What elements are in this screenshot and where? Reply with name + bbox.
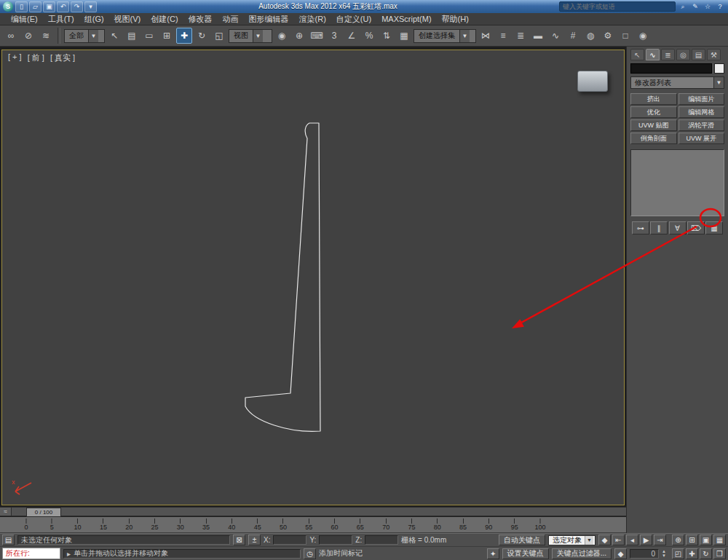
communication-center-icon[interactable]: ✎ <box>690 2 700 12</box>
time-slider-handle[interactable]: 0 / 100 <box>26 508 61 517</box>
menu-item[interactable]: MAXScript(M) <box>376 15 436 23</box>
tab-motion[interactable]: ◎ <box>676 49 690 60</box>
infocenter-search-input[interactable] <box>559 1 676 12</box>
zoom-region-icon[interactable]: ◰ <box>672 548 684 559</box>
selection-lock-toggle-icon[interactable]: ⊠ <box>233 535 245 545</box>
tab-utilities[interactable]: ⚒ <box>707 49 721 60</box>
object-name-field[interactable] <box>630 63 712 74</box>
menu-item[interactable]: 图形编辑器 <box>244 14 294 25</box>
reference-coordinate-dropdown[interactable]: 视图 ▼ <box>229 29 272 43</box>
unlink-selection-icon[interactable]: ⊘ <box>20 28 36 44</box>
undo-icon[interactable]: ↶ <box>57 1 69 12</box>
configure-modifier-sets-icon[interactable]: ▦ <box>705 221 723 234</box>
search-icon[interactable]: ⌕ <box>678 2 688 12</box>
menu-item[interactable]: 组(G) <box>79 14 109 25</box>
save-file-icon[interactable]: ▣ <box>43 1 55 12</box>
zoom-all-icon[interactable]: ⊞ <box>686 535 698 545</box>
show-end-result-icon[interactable]: ∥ <box>650 221 668 234</box>
menu-item[interactable]: 修改器 <box>183 14 218 25</box>
window-crossing-toggle-icon[interactable]: ⊞ <box>159 28 175 44</box>
orbit-icon[interactable]: ↻ <box>700 548 712 559</box>
auto-key-button[interactable]: 自动关键点 <box>499 535 545 545</box>
menu-item[interactable]: 工具(T) <box>43 14 79 25</box>
layer-manager-icon[interactable]: ≣ <box>513 28 529 44</box>
material-editor-icon[interactable]: ◍ <box>582 28 598 44</box>
uvw-map-button[interactable]: UVW 贴图 <box>630 119 677 131</box>
time-tag-icon[interactable]: ◷ <box>304 548 316 559</box>
select-and-manipulate-icon[interactable]: ⊕ <box>291 28 307 44</box>
new-file-icon[interactable]: ▯ <box>15 1 28 12</box>
current-frame-field[interactable]: 0 <box>630 549 659 559</box>
bevel-profile-button[interactable]: 倒角剖面 <box>630 133 677 144</box>
select-and-rotate-icon[interactable]: ↻ <box>194 28 210 44</box>
select-by-name-icon[interactable]: ▤ <box>124 28 140 44</box>
menu-item[interactable]: 创建(C) <box>146 14 183 25</box>
pan-view-icon[interactable]: ✚ <box>686 548 698 559</box>
ribbon-toggle-icon[interactable]: ▬ <box>530 28 546 44</box>
previous-frame-icon[interactable]: ◂ <box>626 535 638 545</box>
use-pivot-point-icon[interactable]: ◉ <box>274 28 290 44</box>
z-coordinate-field[interactable] <box>365 535 398 545</box>
zoom-extents-all-icon[interactable]: ▦ <box>713 535 726 545</box>
maxscript-listener-icon[interactable]: ▤ <box>2 535 15 545</box>
zoom-extents-icon[interactable]: ▣ <box>700 535 712 545</box>
menu-item[interactable]: 编辑(E) <box>6 14 43 25</box>
help-icon[interactable]: ? <box>715 2 725 12</box>
named-selection-sets-dropdown[interactable]: 创建选择集 ▼ <box>414 29 476 43</box>
maximize-viewport-toggle-icon[interactable]: ❒ <box>713 548 726 559</box>
rendered-frame-window-icon[interactable]: □ <box>617 28 633 44</box>
maxscript-mini-listener[interactable]: 所在行: <box>2 548 60 559</box>
turbosmooth-button[interactable]: 涡轮平滑 <box>678 119 725 131</box>
modifier-list-dropdown[interactable]: 修改器列表 ▼ <box>630 76 724 89</box>
make-unique-icon[interactable]: ∀ <box>669 221 687 234</box>
render-production-icon[interactable]: ◉ <box>635 28 651 44</box>
favorites-star-icon[interactable]: ☆ <box>703 2 713 12</box>
remove-modifier-icon[interactable]: ⌦ <box>687 221 705 234</box>
modifier-stack-list[interactable] <box>630 149 724 216</box>
align-icon[interactable]: ≡ <box>495 28 511 44</box>
extrude-button[interactable]: 挤出 <box>630 93 677 105</box>
spinner-snap-toggle-icon[interactable]: ⇅ <box>379 28 395 44</box>
rectangular-selection-region-icon[interactable]: ▭ <box>141 28 157 44</box>
timeline-ruler[interactable]: 0 5 10 15 20 <box>0 517 626 533</box>
render-setup-icon[interactable]: ⚙ <box>600 28 616 44</box>
set-key-icon[interactable]: ✦ <box>487 548 499 559</box>
schematic-view-icon[interactable]: # <box>565 28 581 44</box>
tab-create[interactable]: ↖ <box>630 49 644 60</box>
select-and-link-icon[interactable]: ∞ <box>3 28 19 44</box>
menu-item[interactable]: 渲染(R) <box>294 14 331 25</box>
tab-modify[interactable]: ∿ <box>646 49 660 60</box>
key-toggle-icon[interactable]: ◆ <box>598 535 611 545</box>
edit-patch-button[interactable]: 编辑面片 <box>678 93 725 105</box>
key-filter-set-dropdown[interactable]: 选定对象 ▼ <box>548 535 596 545</box>
keyboard-shortcut-override-icon[interactable]: ⌨ <box>309 28 325 44</box>
tab-display[interactable]: ▤ <box>692 49 705 60</box>
edit-named-selection-sets-icon[interactable]: ▦ <box>396 28 412 44</box>
x-coordinate-field[interactable] <box>273 535 306 545</box>
object-color-swatch[interactable] <box>714 63 724 74</box>
select-and-move-icon[interactable]: ✚ <box>176 28 192 44</box>
optimize-button[interactable]: 优化 <box>630 106 677 118</box>
3ds-max-logo-icon[interactable]: S <box>3 1 13 12</box>
key-filters-button[interactable]: 关键点过滤器... <box>552 548 612 559</box>
menu-item[interactable]: 帮助(H) <box>437 14 474 25</box>
menu-item[interactable]: 自定义(U) <box>331 14 376 25</box>
frame-spinner[interactable]: ▲▼ <box>662 549 666 558</box>
unwrap-uvw-button[interactable]: UVW 展开 <box>678 133 725 144</box>
key-mode-toggle-icon[interactable]: ◆ <box>614 548 627 559</box>
absolute-mode-toggle-icon[interactable]: ± <box>248 535 261 545</box>
snap-toggle-3d-icon[interactable]: 3 <box>326 28 342 44</box>
go-to-start-icon[interactable]: ⇤ <box>612 535 625 545</box>
open-mini-curve-editor-button[interactable]: ≈ <box>0 508 12 516</box>
zoom-icon[interactable]: ⊕ <box>672 535 684 545</box>
curve-editor-icon[interactable]: ∿ <box>547 28 563 44</box>
open-file-icon[interactable]: ▱ <box>29 1 41 12</box>
percent-snap-toggle-icon[interactable]: % <box>361 28 377 44</box>
pin-stack-icon[interactable]: ⊶ <box>632 221 649 234</box>
viewcube[interactable] <box>577 71 608 92</box>
menu-item[interactable]: 视图(V) <box>109 14 146 25</box>
quick-access-dropdown-icon[interactable]: ▾ <box>84 1 97 12</box>
select-object-icon[interactable]: ↖ <box>106 28 122 44</box>
select-and-scale-icon[interactable]: ◱ <box>211 28 227 44</box>
go-to-end-icon[interactable]: ⇥ <box>654 535 666 545</box>
